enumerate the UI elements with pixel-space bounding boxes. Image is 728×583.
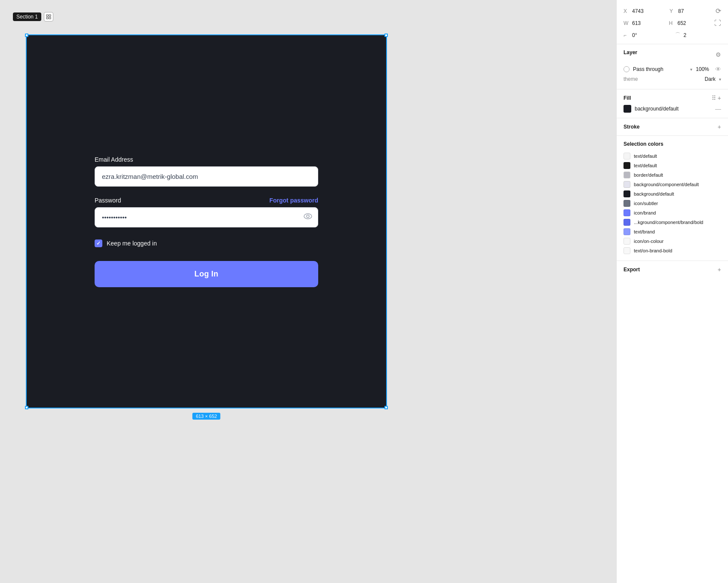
sel-color-10: text/on-brand-bold: [624, 246, 721, 255]
sel-swatch-3[interactable]: [624, 181, 630, 188]
sel-color-1: text/default: [624, 161, 721, 170]
canvas-area: Section 1 Email Address Password: [0, 0, 616, 583]
handle-br[interactable]: [384, 406, 388, 409]
sel-swatch-0[interactable]: [624, 153, 630, 160]
sel-name-1: text/default: [634, 163, 657, 168]
sel-color-6: icon/brand: [624, 208, 721, 218]
y-value: 87: [678, 8, 684, 14]
fill-title: Fill: [624, 95, 712, 101]
form-wrapper: Email Address Password Forgot password: [95, 156, 318, 287]
blend-circle-icon: [624, 66, 630, 72]
sel-name-0: text/default: [634, 153, 657, 159]
export-section: Export +: [617, 266, 728, 273]
dimension-badge: 613 × 652: [192, 413, 220, 420]
login-button[interactable]: Log In: [95, 261, 318, 287]
sel-color-5: icon/subtler: [624, 199, 721, 208]
radius-key: ⌒: [675, 31, 681, 39]
handle-tr[interactable]: [384, 34, 388, 37]
password-row: Password Forgot password: [95, 197, 318, 204]
constrain-icon[interactable]: ⛶: [714, 19, 721, 27]
stroke-title: Stroke: [624, 124, 718, 130]
handle-bl[interactable]: [25, 406, 28, 409]
eye-icon[interactable]: [304, 213, 312, 221]
svg-point-4: [304, 214, 312, 219]
stroke-section: Stroke +: [617, 123, 728, 130]
selection-frame: Email Address Password Forgot password: [26, 34, 387, 408]
visibility-icon[interactable]: 👁: [715, 66, 721, 73]
handle-tl[interactable]: [25, 34, 28, 37]
coords-row-xy: X 4743 Y 87 ⟳: [624, 7, 721, 15]
password-wrapper: [95, 207, 318, 227]
h-value: 652: [678, 20, 686, 26]
h-label: H: [669, 20, 675, 26]
theme-value: Dark: [705, 76, 716, 82]
coords-row-angle: ⌐ 0° ⌒ 2: [624, 31, 721, 39]
export-header: Export +: [624, 266, 721, 273]
sel-color-0: text/default: [624, 151, 721, 161]
sel-color-4: background/default: [624, 189, 721, 199]
fill-add-icon[interactable]: +: [718, 95, 721, 101]
coord-w: W 613: [624, 19, 664, 27]
sel-name-6: icon/brand: [634, 210, 656, 215]
layer-settings-icon[interactable]: ⚙: [716, 51, 721, 58]
layer-title: Layer: [624, 49, 716, 55]
divider-1: [617, 44, 728, 44]
radius-value: 2: [684, 32, 687, 38]
divider-4: [617, 135, 728, 136]
export-add-icon[interactable]: +: [718, 266, 721, 273]
svg-rect-2: [46, 17, 48, 19]
theme-arrow[interactable]: ▾: [719, 77, 721, 82]
sel-swatch-8[interactable]: [624, 228, 630, 235]
w-value: 613: [632, 20, 641, 26]
forgot-password-link[interactable]: Forgot password: [269, 197, 318, 204]
sel-swatch-2[interactable]: [624, 172, 630, 178]
keep-logged-in-checkbox[interactable]: ✓: [95, 239, 102, 247]
section-icon[interactable]: [44, 12, 53, 21]
sel-name-5: icon/subtler: [634, 201, 658, 206]
keep-logged-in-label: Keep me logged in: [107, 240, 157, 247]
x-label: X: [624, 8, 630, 14]
email-label: Email Address: [95, 156, 318, 163]
x-value: 4743: [632, 8, 644, 14]
sel-color-7: ...kground/component/brand/bold: [624, 218, 721, 227]
fill-row: background/default —: [624, 105, 721, 113]
resize-icon[interactable]: ⟳: [716, 7, 721, 15]
selection-colors-section: Selection colors text/default text/defau…: [617, 141, 728, 255]
svg-rect-3: [49, 17, 51, 19]
coords-section: X 4743 Y 87 ⟳ W 613 H 652 ⛶ ⌐ 0°: [617, 0, 728, 39]
blend-mode-value: Pass through: [633, 66, 687, 72]
svg-point-5: [307, 215, 309, 218]
blend-mode-arrow[interactable]: ▾: [690, 67, 692, 72]
fill-remove-icon[interactable]: —: [715, 105, 721, 112]
angle-key: ⌐: [624, 32, 630, 38]
email-input[interactable]: [95, 166, 318, 187]
fill-color-swatch[interactable]: [624, 105, 631, 113]
stroke-header: Stroke +: [624, 123, 721, 130]
layer-blend-row: Pass through ▾ 100% 👁: [624, 64, 721, 74]
sel-color-2: border/default: [624, 170, 721, 180]
password-input[interactable]: [95, 207, 318, 227]
stroke-add-icon[interactable]: +: [718, 123, 721, 130]
fill-section: Fill ⠿ + background/default —: [617, 95, 728, 113]
svg-rect-0: [46, 15, 48, 16]
checkbox-row: ✓ Keep me logged in: [95, 239, 318, 247]
sel-swatch-9[interactable]: [624, 238, 630, 245]
sel-name-10: text/on-brand-bold: [634, 248, 672, 253]
sel-swatch-5[interactable]: [624, 200, 630, 207]
section-badge: Section 1: [13, 12, 41, 21]
fill-grid-icon[interactable]: ⠿: [712, 95, 716, 101]
sel-swatch-4[interactable]: [624, 190, 630, 197]
sel-swatch-10[interactable]: [624, 247, 630, 254]
coord-h: H 652: [669, 19, 710, 27]
sel-swatch-1[interactable]: [624, 162, 630, 169]
fill-color-name: background/default: [635, 106, 712, 112]
fill-header: Fill ⠿ +: [624, 95, 721, 101]
coord-angle: ⌐ 0°: [624, 31, 670, 39]
sel-swatch-6[interactable]: [624, 209, 630, 216]
sel-swatch-7[interactable]: [624, 219, 630, 226]
divider-2: [617, 89, 728, 89]
sel-name-8: text/brand: [634, 229, 655, 234]
sel-name-7: ...kground/component/brand/bold: [634, 220, 703, 225]
theme-key: theme: [624, 76, 701, 82]
opacity-value: 100%: [696, 66, 709, 72]
